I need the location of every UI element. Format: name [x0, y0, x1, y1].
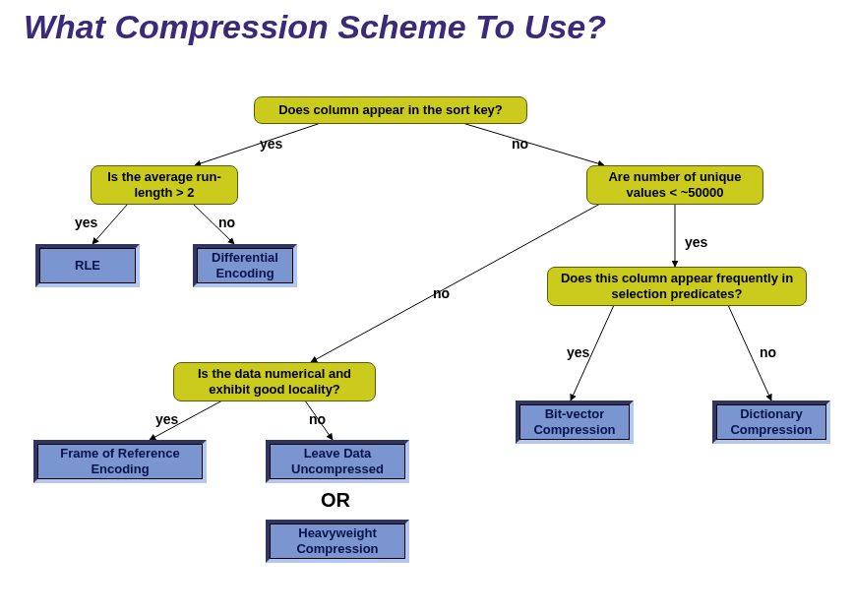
lbl-selpred-no: no [760, 344, 776, 360]
flowchart-edges [0, 0, 854, 616]
leaf-uncomp: Leave Data Uncompressed [266, 440, 409, 483]
leaf-dict: Dictionary Compression [712, 400, 830, 444]
q-runlen: Is the average run-length > 2 [91, 165, 238, 205]
q-unique: Are number of unique values < ~50000 [586, 165, 763, 205]
svg-line-0 [195, 123, 321, 165]
q-numloc: Is the data numerical and exhibit good l… [173, 362, 376, 401]
svg-line-1 [462, 123, 604, 165]
lbl-unique-no: no [433, 285, 450, 301]
svg-line-2 [92, 204, 128, 244]
lbl-sortkey-no: no [512, 136, 528, 152]
leaf-rle: RLE [35, 244, 140, 287]
or-label: OR [321, 489, 350, 512]
leaf-bitvec: Bit-vector Compression [516, 400, 634, 444]
lbl-numloc-no: no [309, 411, 326, 427]
lbl-runlen-no: no [218, 215, 235, 230]
q-selpred: Does this column appear frequently in se… [547, 267, 807, 306]
flowchart: Does column appear in the sort key? Is t… [0, 0, 854, 616]
lbl-numloc-yes: yes [155, 411, 178, 427]
leaf-heavy: Heavyweight Compression [266, 520, 409, 563]
leaf-frame: Frame of Reference Encoding [33, 440, 207, 483]
lbl-selpred-yes: yes [567, 344, 589, 360]
leaf-diff: Differential Encoding [193, 244, 297, 287]
q-sortkey: Does column appear in the sort key? [254, 96, 527, 124]
lbl-runlen-yes: yes [75, 215, 97, 230]
lbl-unique-yes: yes [685, 234, 707, 250]
lbl-sortkey-yes: yes [260, 136, 282, 152]
